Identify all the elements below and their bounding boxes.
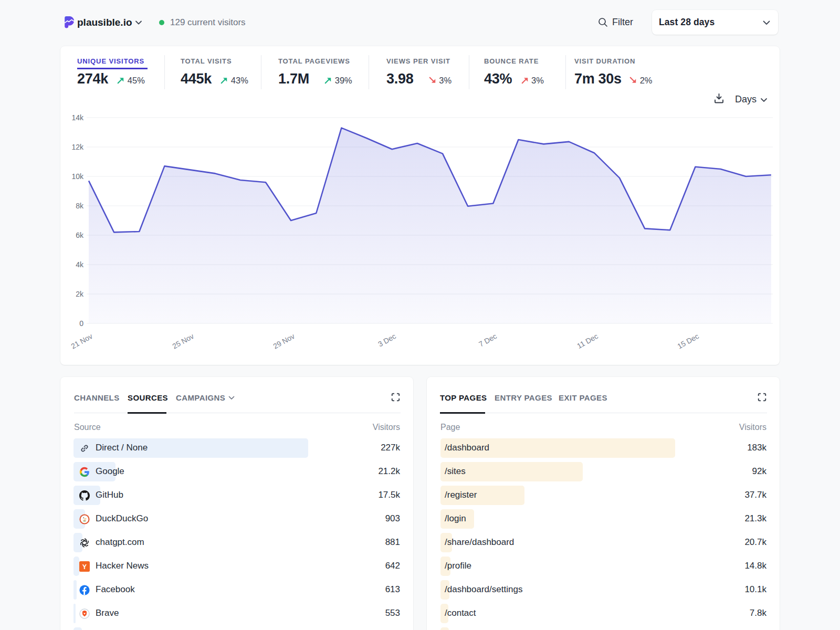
svg-text:Y: Y — [82, 563, 87, 570]
